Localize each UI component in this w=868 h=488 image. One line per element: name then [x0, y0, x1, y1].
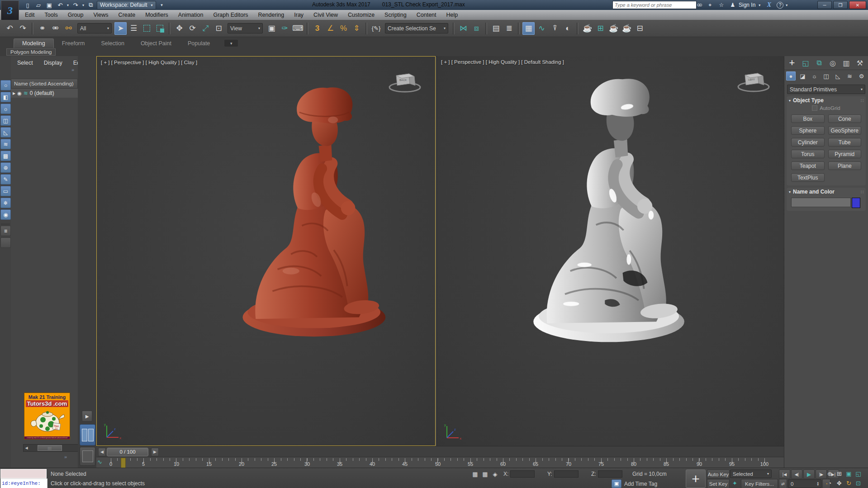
- close-button[interactable]: ✕: [849, 1, 866, 9]
- visibility-eye-icon[interactable]: ◉: [17, 90, 22, 96]
- field-of-view-icon[interactable]: ◔: [825, 479, 835, 488]
- statue-clay[interactable]: [228, 61, 404, 355]
- toggle-layer-explorer-icon[interactable]: ≣: [503, 22, 515, 35]
- viewport-clay[interactable]: [ + ] [ Perspective ] [ High Quality ] […: [96, 56, 436, 446]
- isolate-selection-icon[interactable]: ▦: [470, 470, 480, 479]
- display-xrefs-icon[interactable]: ⊕: [0, 162, 11, 173]
- edit-named-selection-sets-icon[interactable]: {✎}: [370, 22, 382, 35]
- minimize-button[interactable]: ─: [817, 1, 832, 9]
- menu-help[interactable]: Help: [441, 10, 463, 20]
- menu-modifiers[interactable]: Modifiers: [140, 10, 173, 20]
- redo-scene-icon[interactable]: ↷: [17, 22, 29, 35]
- expand-arrow-icon[interactable]: ▶: [13, 91, 15, 95]
- menu-edit[interactable]: Edit: [20, 10, 40, 20]
- explorer-column-header[interactable]: Name (Sorted Ascending): [11, 79, 78, 89]
- autogrid-checkbox[interactable]: [812, 105, 817, 111]
- lock-tree-expansion-icon[interactable]: ≡: [0, 226, 11, 236]
- menu-scripting[interactable]: Scripting: [379, 10, 412, 20]
- geometry-category-icon[interactable]: ●: [786, 71, 796, 81]
- explorer-menu-select[interactable]: Select: [17, 60, 33, 66]
- menu-graph-editors[interactable]: Graph Editors: [208, 10, 253, 20]
- ribbon-tab-populate[interactable]: Populate: [180, 39, 218, 48]
- menu-civil-view[interactable]: Civil View: [308, 10, 343, 20]
- layout-single-pane-button[interactable]: [80, 447, 95, 466]
- y-coordinate-field[interactable]: [554, 470, 579, 478]
- current-frame-marker[interactable]: [121, 458, 126, 469]
- select-by-name-icon[interactable]: ☰: [128, 22, 140, 35]
- favorites-icon[interactable]: ☆: [716, 1, 727, 9]
- selection-filter-dropdown[interactable]: All ▾: [77, 23, 112, 33]
- key-mode-toggle-icon[interactable]: ⇄: [779, 479, 787, 488]
- z-coordinate-field[interactable]: [598, 470, 622, 478]
- zoom-icon[interactable]: ⊕: [825, 469, 835, 478]
- menu-views[interactable]: Views: [88, 10, 113, 20]
- set-key-button[interactable]: Set Key: [707, 479, 730, 488]
- explorer-menu-display[interactable]: Display: [44, 60, 62, 66]
- torus-button[interactable]: Torus: [791, 150, 825, 158]
- menu-rendering[interactable]: Rendering: [253, 10, 289, 20]
- select-and-move-icon[interactable]: ✥: [173, 22, 185, 35]
- sphere-button[interactable]: Sphere: [791, 126, 825, 135]
- toggle-ribbon-icon[interactable]: ▦: [522, 22, 535, 35]
- percent-snap-toggle-icon[interactable]: %: [337, 22, 350, 35]
- named-selection-set-dropdown[interactable]: Create Selection Se ▾: [385, 23, 448, 33]
- time-tag-cube-icon[interactable]: ▣: [612, 479, 621, 488]
- frame-back-button[interactable]: ◀: [98, 448, 106, 456]
- communication-center-icon[interactable]: ⌖: [705, 1, 716, 9]
- viewcube[interactable]: LEFT: [736, 69, 771, 95]
- viewport-shaded[interactable]: [ + ] [ Perspective ] [ High Quality ] […: [436, 56, 784, 446]
- motion-tab-icon[interactable]: ◎: [827, 57, 839, 68]
- auto-key-button[interactable]: Auto Key: [707, 469, 730, 479]
- menu-customize[interactable]: Customize: [343, 10, 379, 20]
- plane-button[interactable]: Plane: [828, 161, 862, 170]
- rollout-grip-icon[interactable]: ∷: [861, 190, 863, 194]
- select-and-rotate-icon[interactable]: ⟳: [186, 22, 199, 35]
- x-coordinate-field[interactable]: [510, 470, 535, 478]
- track-ruler[interactable]: 0 5 10 15 20 25 30 35 40 45 50 55 60 65 …: [108, 457, 777, 468]
- menu-iray[interactable]: Iray: [289, 10, 308, 20]
- toolbar-flyout-icon[interactable]: ▾: [157, 1, 167, 9]
- display-groups-icon[interactable]: ▩: [0, 151, 11, 161]
- lights-category-icon[interactable]: ☼: [810, 71, 819, 81]
- textplus-button[interactable]: TextPlus: [791, 173, 825, 182]
- scrollbar-thumb[interactable]: |||: [38, 445, 62, 451]
- cameras-category-icon[interactable]: ◫: [821, 71, 831, 81]
- object-type-header[interactable]: ▾ Object Type ∷: [787, 96, 866, 104]
- pan-icon[interactable]: ✥: [835, 479, 844, 488]
- explorer-row-default-layer[interactable]: ▶ ◉ ≋ 0 (default): [11, 89, 78, 98]
- maxscript-listener[interactable]: id:#eyeInThe:: [0, 479, 47, 488]
- polygon-modeling-panel[interactable]: Polygon Modeling: [6, 48, 56, 56]
- select-and-scale-icon[interactable]: ⤢: [199, 22, 212, 35]
- redo-icon[interactable]: ↷: [71, 1, 81, 9]
- new-scene-icon[interactable]: ▯: [23, 1, 33, 9]
- set-key-filter-icon[interactable]: ✦: [730, 479, 740, 488]
- bind-to-space-warp-icon[interactable]: ⚯: [62, 22, 75, 35]
- absolute-offset-toggle-icon[interactable]: ◈: [490, 470, 500, 479]
- layout-two-pane-button[interactable]: [80, 424, 95, 445]
- rendered-frame-window-icon[interactable]: ⊞: [594, 22, 607, 35]
- undo-scene-icon[interactable]: ↶: [4, 22, 16, 35]
- mirror-icon[interactable]: ⋈: [457, 22, 470, 35]
- ribbon-config-icon[interactable]: ▾: [224, 40, 238, 47]
- menu-content[interactable]: Content: [412, 10, 441, 20]
- box-button[interactable]: Box: [791, 114, 825, 123]
- ribbon-tab-modeling[interactable]: Modeling: [14, 38, 54, 48]
- zoom-extents-icon[interactable]: ▣: [844, 469, 854, 478]
- render-presets-icon[interactable]: ⊟: [634, 22, 646, 35]
- display-helpers-icon[interactable]: ◺: [0, 127, 11, 137]
- selection-lock-icon[interactable]: ▦: [480, 470, 490, 479]
- rollout-grip-icon[interactable]: ∷: [861, 98, 863, 103]
- render-setup-icon[interactable]: ☕: [581, 22, 593, 35]
- keyboard-shortcut-override-icon[interactable]: ⌨: [292, 22, 304, 35]
- display-lights-icon[interactable]: ☼: [0, 104, 11, 114]
- current-frame-field[interactable]: 0 ▴▾: [788, 479, 821, 488]
- object-color-swatch[interactable]: [852, 198, 860, 208]
- key-mode-dropdown[interactable]: Selected ▾: [730, 469, 772, 478]
- explorer-more-icon[interactable]: »: [64, 454, 67, 460]
- angle-snap-toggle-icon[interactable]: ∠: [324, 22, 337, 35]
- menu-group[interactable]: Group: [63, 10, 89, 20]
- spinner-snap-toggle-icon[interactable]: ⇕: [351, 22, 363, 35]
- sign-in-label[interactable]: Sign In: [739, 2, 755, 8]
- curve-editor-icon[interactable]: ∿: [536, 22, 548, 35]
- explorer-expand-icon[interactable]: »: [11, 67, 78, 72]
